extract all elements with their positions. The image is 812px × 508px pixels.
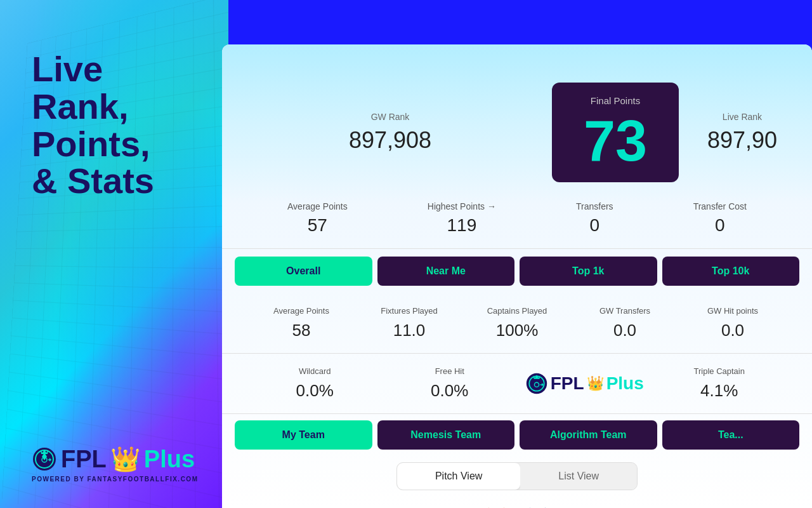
list-view-button[interactable]: List View	[520, 463, 637, 490]
final-points-card: Final Points 73	[552, 83, 679, 182]
shirt-icon-2	[523, 503, 552, 508]
main-tabs-row: Overall Near Me Top 1k Top 10k	[222, 249, 812, 293]
tab-overall[interactable]: Overall	[235, 257, 372, 286]
stats-row: Average Points 57 Highest Points → 119 T…	[222, 195, 812, 249]
titlebar	[222, 44, 812, 70]
fpl-logo-inline: FPL 👑 Plus	[517, 372, 652, 395]
close-button[interactable]	[232, 53, 240, 62]
fixtures-played-grid-label: Fixtures Played	[381, 306, 438, 316]
highest-points-label: Highest Points →	[428, 201, 496, 211]
live-rank-label: Live Rank	[723, 112, 762, 122]
live-rank-block: Live Rank 897,90	[691, 83, 793, 182]
captains-played-grid-label: Captains Played	[487, 306, 547, 316]
avg-points-grid-item: Average Points 58	[247, 306, 355, 340]
app-content: GW Rank 897,908 Final Points 73 Live Ran…	[222, 70, 812, 508]
tab-top-10k[interactable]: Top 10k	[662, 257, 800, 286]
maximize-button[interactable]	[259, 53, 267, 62]
gw-rank-block: GW Rank 897,908	[241, 83, 539, 182]
gw-rank-value: 897,908	[349, 127, 431, 154]
fixtures-played-grid-item: Fixtures Played 11.0	[355, 306, 463, 340]
logo-plus-text: Plus	[144, 446, 195, 473]
tab-near-me[interactable]: Near Me	[377, 257, 515, 286]
wildcard-item: Wildcard 0.0%	[247, 366, 383, 401]
transfers-label: Transfers	[576, 201, 613, 211]
gw-transfers-grid-item: GW Transfers 0.0	[571, 306, 679, 340]
gw-hit-points-grid-label: GW Hit points	[707, 306, 758, 316]
tab-nemesis-team[interactable]: Nemesis Team	[377, 420, 515, 450]
hero-title: LiveRank,Points,& Stats	[32, 51, 206, 200]
free-hit-label: Free Hit	[435, 366, 464, 376]
team-tabs-row: My Team Nemesis Team Algorithm Team Tea.…	[222, 414, 812, 456]
wildcard-value: 0.0%	[296, 381, 334, 401]
average-points-label: Average Points	[287, 201, 348, 211]
view-toggle-row: Pitch View List View	[222, 456, 812, 497]
gw-transfers-grid-value: 0.0	[613, 321, 636, 340]
fixtures-played-grid-value: 11.0	[393, 321, 426, 340]
stats-grid-2: Wildcard 0.0% Free Hit 0.0% FPL 👑	[222, 354, 812, 414]
pitch-area	[222, 497, 812, 508]
fpl-inline-text: FPL	[551, 373, 584, 394]
player-card-1	[482, 503, 511, 508]
transfer-cost-label: Transfer Cost	[693, 201, 747, 211]
captains-played-grid-value: 100%	[496, 321, 539, 340]
gw-transfers-grid-label: GW Transfers	[599, 306, 650, 316]
fpl-logo-bottom: FPL 👑 Plus POWERED BY FANTASYFOOTBALLFIX…	[32, 445, 198, 483]
highest-points-value: 119	[447, 215, 476, 236]
highest-points-item: Highest Points → 119	[428, 201, 496, 236]
avg-points-grid-label: Average Points	[273, 306, 329, 316]
captains-played-grid-item: Captains Played 100%	[463, 306, 571, 340]
average-points-item: Average Points 57	[287, 201, 348, 236]
logo-fpl-text: FPL	[61, 446, 107, 473]
ball-icon-inline	[525, 372, 548, 395]
powered-by-text: POWERED BY FANTASYFOOTBALLFIX.COM	[32, 476, 198, 483]
wildcard-label: Wildcard	[299, 366, 331, 376]
free-hit-item: Free Hit 0.0%	[383, 366, 518, 401]
free-hit-value: 0.0%	[431, 381, 468, 401]
tab-algorithm-team[interactable]: Algorithm Team	[520, 420, 657, 450]
final-points-label: Final Points	[591, 95, 640, 106]
ball-icon	[32, 446, 57, 472]
mac-window: GW Rank 897,908 Final Points 73 Live Ran…	[222, 44, 812, 508]
transfer-cost-item: Transfer Cost 0	[693, 201, 747, 236]
left-panel: LiveRank,Points,& Stats FPL 👑 Plus POWER…	[0, 0, 228, 508]
tab-top-1k[interactable]: Top 1k	[520, 257, 657, 286]
minimize-button[interactable]	[246, 53, 254, 62]
triple-captain-label: Triple Captain	[694, 366, 745, 376]
player-card-2	[523, 503, 552, 508]
gw-rank-label: GW Rank	[371, 112, 410, 122]
transfers-value: 0	[590, 215, 600, 236]
view-toggle-group: Pitch View List View	[396, 462, 638, 490]
shirt-icon-1	[482, 503, 511, 508]
gw-hit-points-grid-item: GW Hit points 0.0	[679, 306, 787, 340]
tab-my-team[interactable]: My Team	[235, 420, 372, 450]
triple-captain-item: Triple Captain 4.1%	[652, 366, 787, 401]
live-rank-value: 897,90	[707, 127, 777, 154]
avg-points-grid-value: 58	[292, 321, 311, 340]
stats-grid: Average Points 58 Fixtures Played 11.0 C…	[222, 293, 812, 354]
pitch-view-button[interactable]: Pitch View	[397, 463, 520, 490]
final-points-value: 73	[584, 112, 647, 170]
fpl-inline-plus: Plus	[606, 373, 644, 394]
gw-hit-points-grid-value: 0.0	[721, 321, 744, 340]
stats-header: GW Rank 897,908 Final Points 73 Live Ran…	[222, 70, 812, 195]
tab-team-extra[interactable]: Tea...	[662, 420, 800, 450]
average-points-value: 57	[308, 215, 327, 236]
triple-captain-value: 4.1%	[700, 381, 738, 401]
transfers-item: Transfers 0	[576, 201, 613, 236]
transfer-cost-value: 0	[715, 215, 725, 236]
